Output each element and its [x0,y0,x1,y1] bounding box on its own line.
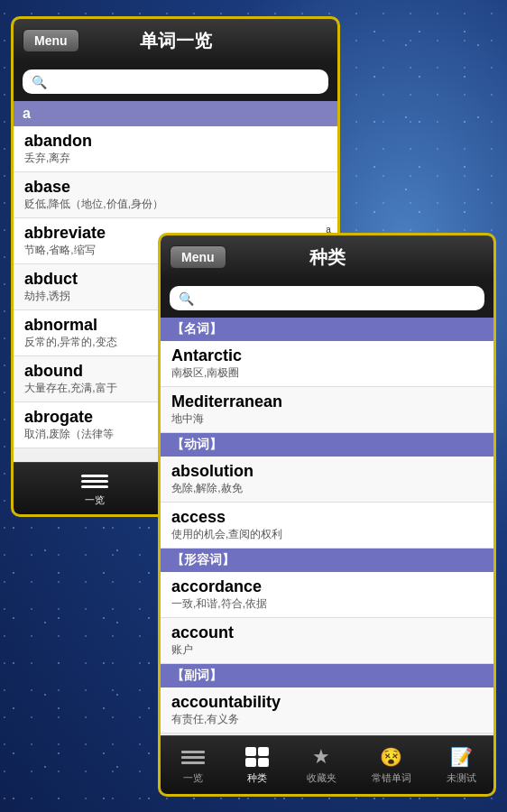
word-chinese: 账户 [171,642,483,658]
word-chinese: 地中海 [171,411,483,427]
menu-button-1[interactable]: Menu [23,29,79,52]
tab-label: 未测试 [447,771,476,785]
tab-收藏夹[interactable]: ★收藏夹 [300,742,344,789]
search-bar-2: 🔍 [161,279,493,318]
titlebar-1: Menu 单词一览 [14,19,337,62]
word-english: access [171,508,483,527]
alpha-bar-1: a [14,101,337,126]
word-chinese: 免除,解除,赦免 [171,481,483,496]
window-category: Menu 种类 🔍 【名词】Antarctic南极区,南极圈Mediterran… [158,233,496,797]
window-title-1: 单词一览 [140,29,212,53]
titlebar-2: Menu 种类 [161,235,493,279]
category-section-header: 【动词】 [161,433,493,457]
tab-label: 常错单词 [372,771,411,785]
bottom-bar-2: 一览种类★收藏夹😵常错单词📝未测试 [161,735,493,794]
circle-x-icon: 😵 [380,746,402,768]
word-chinese: 贬低,降低（地位,价值,身份） [24,197,316,212]
search-input-2[interactable] [199,291,475,306]
tab-list-label-1: 一览 [85,494,105,507]
list-item[interactable]: account账户 [161,618,493,664]
word-chinese: 南极区,南极圈 [171,365,483,381]
category-list: 【名词】Antarctic南极区,南极圈Mediterranean地中海【动词】… [161,318,493,735]
alpha-current-letter-1: a [23,106,31,122]
category-section-header: 【名词】 [161,318,493,341]
tab-一览[interactable]: 一览 [171,742,215,789]
search-input-wrap-2: 🔍 [170,286,484,310]
list-item[interactable]: abandon丢弃,离弃 [14,126,337,172]
word-english: account [171,623,483,642]
tab-label: 种类 [247,771,267,785]
list-item[interactable]: abase贬低,降低（地位,价值,身份） [14,172,337,218]
pencil-icon: 📝 [450,746,473,768]
category-section-header: 【形容词】 [161,549,493,572]
search-bar-1: 🔍 [14,62,337,101]
grid-box-icon [245,747,269,767]
list-item[interactable]: accountability有责任,有义务 [161,687,493,734]
word-chinese: 丢弃,离弃 [24,151,316,166]
star-icon: ★ [312,747,330,767]
word-english: Antarctic [171,346,483,365]
word-english: accordance [171,577,483,596]
word-english: abandon [24,132,316,151]
list-item[interactable]: Mediterranean地中海 [161,387,493,433]
menu-button-2[interactable]: Menu [170,245,226,269]
search-icon-1: 🔍 [32,75,47,89]
category-section-header: 【副词】 [161,664,493,687]
tab-label: 一览 [183,771,203,785]
search-icon-2: 🔍 [179,291,194,306]
list-item[interactable]: Antarctic南极区,南极圈 [161,341,493,387]
list-icon-1 [81,470,108,492]
tab-list-1[interactable]: 一览 [70,466,119,511]
list-item[interactable]: access使用的机会,查阅的权利 [161,503,493,549]
word-english: Mediterranean [171,392,483,411]
tab-种类[interactable]: 种类 [235,742,279,789]
word-english: abase [24,178,316,197]
tab-未测试[interactable]: 📝未测试 [439,742,484,789]
list-lines-icon [181,751,205,764]
search-input-wrap-1: 🔍 [23,69,328,94]
tab-常错单词[interactable]: 😵常错单词 [364,742,419,789]
tab-label: 收藏夹 [307,771,336,785]
list-item[interactable]: accordance一致,和谐,符合,依据 [161,572,493,618]
word-english: accountability [171,693,483,712]
window-title-2: 种类 [309,245,346,270]
search-input-1[interactable] [52,74,319,89]
word-english: absolution [171,462,483,481]
word-chinese: 一致,和谐,符合,依据 [171,596,483,612]
word-chinese: 有责任,有义务 [171,712,483,727]
list-item[interactable]: absolution免除,解除,赦免 [161,457,493,503]
word-chinese: 使用的机会,查阅的权利 [171,527,483,542]
